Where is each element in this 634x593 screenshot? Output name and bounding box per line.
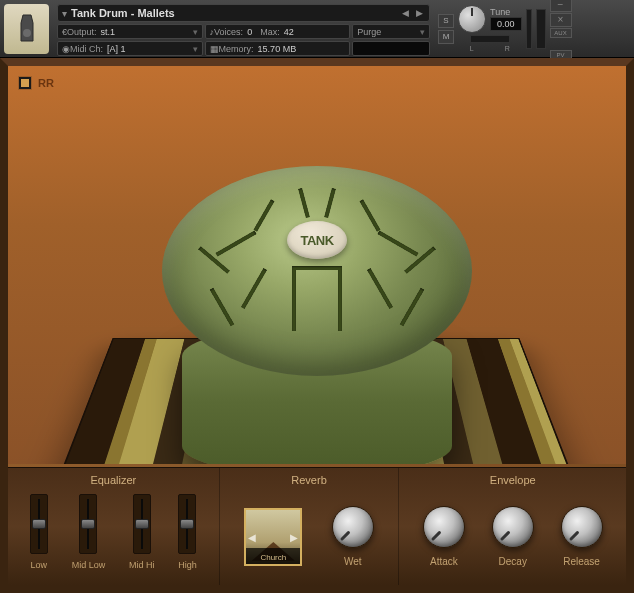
reverb-preset-selector[interactable]: ◀ ▶ Church <box>244 508 302 566</box>
decay-knob[interactable] <box>492 506 534 548</box>
instrument-title: Tank Drum - Mallets <box>71 7 400 19</box>
pan-slider[interactable] <box>470 35 510 43</box>
midi-channel-selector[interactable]: ◉ Midi Ch: [A] 1 ▾ <box>57 41 203 56</box>
attack-knob[interactable] <box>423 506 465 548</box>
memory-icon: ▦ <box>210 44 219 54</box>
envelope-title: Envelope <box>409 474 616 486</box>
output-selector[interactable]: € Output: st.1 ▾ <box>57 24 203 39</box>
eq-midlow-slider[interactable] <box>79 494 97 554</box>
voices-display: ♪ Voices: 0 Max: 42 <box>205 24 351 39</box>
equalizer-title: Equalizer <box>18 474 209 486</box>
rr-label: RR <box>38 77 54 89</box>
rr-checkbox[interactable] <box>18 76 32 90</box>
eq-midhi-slider[interactable] <box>133 494 151 554</box>
controls-panel: Equalizer Low Mid Low Mid Hi High <box>8 467 626 585</box>
instrument-icon[interactable] <box>4 4 49 54</box>
level-meter <box>526 9 532 49</box>
expand-toggle[interactable]: ▾ <box>62 8 67 19</box>
reverb-title: Reverb <box>230 474 389 486</box>
svg-point-0 <box>23 29 31 37</box>
equalizer-section: Equalizer Low Mid Low Mid Hi High <box>8 468 220 585</box>
tune-value[interactable]: 0.00 <box>490 17 522 31</box>
prev-preset-icon[interactable]: ◀ <box>402 8 409 18</box>
purge-menu[interactable]: Purge ▾ <box>352 24 430 39</box>
tank-drum-graphic: TANK <box>162 166 472 464</box>
close-button[interactable]: × <box>550 13 572 27</box>
minimize-button[interactable]: − <box>550 0 572 12</box>
reverb-next-icon[interactable]: ▶ <box>290 531 298 542</box>
reverb-prev-icon[interactable]: ◀ <box>248 531 256 542</box>
eq-high-slider[interactable] <box>178 494 196 554</box>
release-knob[interactable] <box>561 506 603 548</box>
reverb-wet-knob[interactable] <box>332 506 374 548</box>
reverb-section: Reverb ◀ ▶ Church Wet <box>220 468 400 585</box>
title-bar: ▾ Tank Drum - Mallets ◀ ▶ <box>57 4 430 22</box>
memory-display: ▦ Memory: 15.70 MB <box>205 41 351 56</box>
solo-button[interactable]: S <box>438 14 454 28</box>
chevron-down-icon: ▾ <box>420 27 425 37</box>
aux-button[interactable]: AUX <box>550 28 572 38</box>
next-preset-icon[interactable]: ▶ <box>416 8 423 18</box>
mute-button[interactable]: M <box>438 30 454 44</box>
instrument-view: RR TANK <box>8 66 626 464</box>
volume-slider[interactable] <box>536 9 546 49</box>
chevron-down-icon: ▾ <box>193 27 198 37</box>
midi-icon: ◉ <box>62 44 70 54</box>
tune-knob[interactable] <box>458 5 486 33</box>
tune-label: Tune <box>490 7 522 17</box>
drum-center-logo: TANK <box>287 221 347 259</box>
eq-low-slider[interactable] <box>30 494 48 554</box>
envelope-section: Envelope Attack Decay Release <box>399 468 626 585</box>
header-bar: ▾ Tank Drum - Mallets ◀ ▶ € Output: st.1… <box>0 0 634 58</box>
memory-meter <box>352 41 430 56</box>
chevron-down-icon: ▾ <box>193 44 198 54</box>
